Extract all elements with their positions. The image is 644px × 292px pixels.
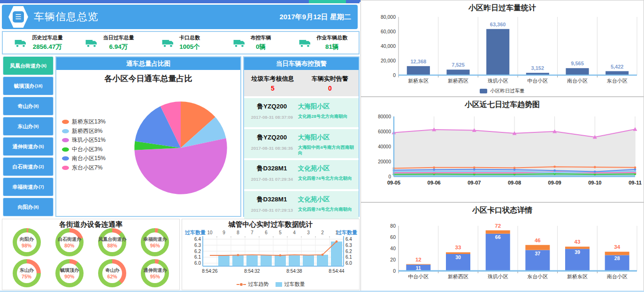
donut-pct: 80% [49, 243, 90, 248]
truck-icon [299, 38, 313, 48]
realtime-bar-6 [289, 255, 300, 266]
svg-text:28: 28 [614, 255, 620, 261]
seven-day-trend-chart: 02000040000600008000009-0509-0609-0709-0… [361, 110, 644, 202]
pie-legend-swatch [62, 166, 69, 170]
svg-text:9: 9 [222, 230, 225, 235]
alert-kpi-label: 垃圾车考核信息 [252, 75, 294, 83]
pie-legend: 新桥东区13%新桥西区8%珠玑小区51%中台小区3%南台小区15%东台小区7% [62, 117, 106, 172]
donut-幸福街道办: 幸福街道办96% [141, 228, 169, 256]
sidebar-item-2[interactable]: 奇山办(8) [3, 97, 54, 115]
truck-icon [14, 38, 28, 48]
sidebar-item-1[interactable]: 毓璜顶办(18) [3, 77, 54, 95]
pie-legend-item-2: 珠玑小区51% [62, 136, 106, 145]
sidebar-item-5[interactable]: 白石街道办(2) [3, 157, 54, 176]
donut-label: 通伸街道办95% [134, 267, 176, 279]
sidebar-item-0[interactable]: 凤凰台街道办(6) [3, 56, 54, 75]
svg-text:6.4: 6.4 [345, 237, 352, 242]
pie-legend-swatch [62, 138, 69, 142]
axis-label-right: 过车数量 [336, 230, 357, 235]
alert-community: 文化苑小区 [298, 164, 356, 173]
stat-item-1: 当日过车总量6.94万 [74, 32, 146, 54]
svg-text:46: 46 [535, 238, 541, 243]
sidebar-item-6[interactable]: 幸福街道办(7) [3, 177, 54, 196]
svg-text:6.1: 6.1 [345, 254, 352, 260]
realtime-bar-3 [246, 255, 258, 266]
donut-name: 向阳办 [6, 236, 47, 243]
top-strip-teal-segment [309, 0, 346, 3]
svg-text:新桥西区: 新桥西区 [448, 78, 468, 84]
svg-text:6.2: 6.2 [194, 249, 201, 254]
yesterday-volume-chart: 020,00040,00060,00080,00012,368新桥东区7,525… [361, 13, 644, 88]
svg-text:63,360: 63,360 [490, 22, 506, 27]
alert-panel: 当日车辆布控预警 垃圾车考核信息5车辆实时告警0 鲁YZQ2002017-08-… [243, 56, 360, 217]
alert-item-1[interactable]: 鲁YZQ2002017-08-31 08:36:35大海阳小区大海阳中街4号南方… [244, 129, 359, 158]
stat-value: 1005个 [179, 43, 200, 51]
svg-text:3: 3 [307, 230, 310, 235]
alert-plate: 鲁D328M1 [257, 164, 287, 173]
donut-向阳办: 向阳办98% [13, 228, 41, 256]
svg-text:12: 12 [415, 257, 422, 262]
svg-text:80000: 80000 [378, 114, 391, 119]
seven-day-trend-card: 小区近七日过车趋势图 02000040000600008000009-0509-… [360, 97, 644, 202]
checkpoint-status-chart: 0204060801112中台小区3033新桥西区6672珠玑小区3746东台小… [361, 215, 644, 292]
stat-label: 历史过车总量 [32, 34, 63, 41]
pie-legend-label: 珠玑小区51% [72, 136, 106, 144]
alert-kpi-value: 0 [328, 85, 332, 92]
donut-通伸街道办: 通伸街道办95% [141, 259, 169, 287]
svg-text:09-06: 09-06 [428, 180, 441, 185]
svg-text:09-05: 09-05 [387, 180, 400, 185]
alert-kpi-value: 5 [271, 85, 275, 92]
svg-text:5: 5 [279, 230, 282, 235]
sidebar-item-count: (2) [39, 164, 44, 169]
svg-text:33: 33 [455, 245, 461, 250]
realtime-bar-5 [275, 255, 286, 266]
stat-label: 当日过车总量 [103, 34, 134, 41]
alert-time: 2017-08-31 07:29:34 [251, 177, 293, 182]
svg-text:60,000: 60,000 [381, 29, 396, 34]
truck-icon [85, 38, 99, 48]
trend-line-symbol [237, 284, 246, 285]
stat-text: 布控车辆0辆 [251, 34, 271, 51]
stat-value: 81辆 [325, 43, 339, 51]
sidebar-item-label: 凤凰台街道办 [10, 62, 41, 69]
alert-item-left: 鲁YZQ2002017-08-31 08:36:35 [247, 132, 297, 156]
stack-offline-新桥西区 [446, 252, 470, 254]
sidebar-item-7[interactable]: 向阳办(8) [3, 198, 54, 216]
alert-item-2[interactable]: 鲁D328M12017-08-31 07:29:34文化苑小区文化四巷74号北方… [244, 160, 359, 189]
alert-item-left: 鲁D328M12017-08-31 07:29:13 [247, 194, 297, 218]
svg-text:珠玑小区: 珠玑小区 [488, 78, 508, 84]
donut-pct: 95% [134, 274, 176, 279]
donut-label: 毓璜顶办90% [49, 267, 90, 279]
axis-label-left: 过车数量 [184, 230, 206, 235]
svg-text:0: 0 [393, 268, 396, 274]
donut-label: 东山办75% [6, 267, 47, 279]
truck-icon [233, 38, 247, 48]
svg-text:0: 0 [393, 72, 396, 78]
legend-label: 过车数量 [284, 281, 305, 288]
pie-legend-item-0: 新桥东区13% [62, 117, 106, 127]
sidebar-item-3[interactable]: 东山办(9) [3, 117, 54, 136]
alert-panel-header: 当日车辆布控预警 [244, 57, 359, 70]
donut-毓璜顶办: 毓璜顶办90% [55, 259, 84, 287]
stack-offline-中台小区 [406, 264, 430, 265]
donut-pct: 62% [92, 274, 133, 279]
pie-legend-item-1: 新桥西区8% [62, 127, 106, 136]
sidebar-item-label: 白石街道办 [13, 163, 38, 170]
yesterday-volume-title: 小区昨日过车量统计 [361, 3, 644, 13]
donut-白石街道办: 白石街道办80% [55, 228, 84, 256]
sidebar-item-4[interactable]: 通伸街道办(5) [3, 137, 54, 156]
donut-name: 幸福街道办 [134, 236, 176, 243]
alert-item-0[interactable]: 鲁YZQ2002017-08-31 08:37:09大海阳小区文化路28号北方向… [244, 98, 359, 127]
yesterday-volume-card: 小区昨日过车量统计 020,00040,00060,00080,00012,36… [360, 0, 644, 97]
bar-南台小区 [566, 68, 589, 75]
realtime-panel: 城管中心实时过车数据统计 过车数量过车数量109876543216.06.06.… [182, 219, 360, 290]
alert-kpis: 垃圾车考核信息5车辆实时告警0 [244, 70, 359, 96]
alert-item-3[interactable]: 鲁D328M12017-08-31 07:29:13文化苑小区文化四巷74号北方… [244, 191, 359, 220]
donut-name: 奇山办 [92, 267, 133, 274]
alert-address: 文化路28号北方向南朝向 [298, 114, 356, 119]
list-icon: ☰ [13, 11, 24, 23]
donut-pct: 90% [49, 274, 90, 279]
svg-text:43: 43 [575, 239, 581, 245]
svg-text:20: 20 [390, 257, 396, 262]
svg-text:2: 2 [321, 230, 324, 235]
